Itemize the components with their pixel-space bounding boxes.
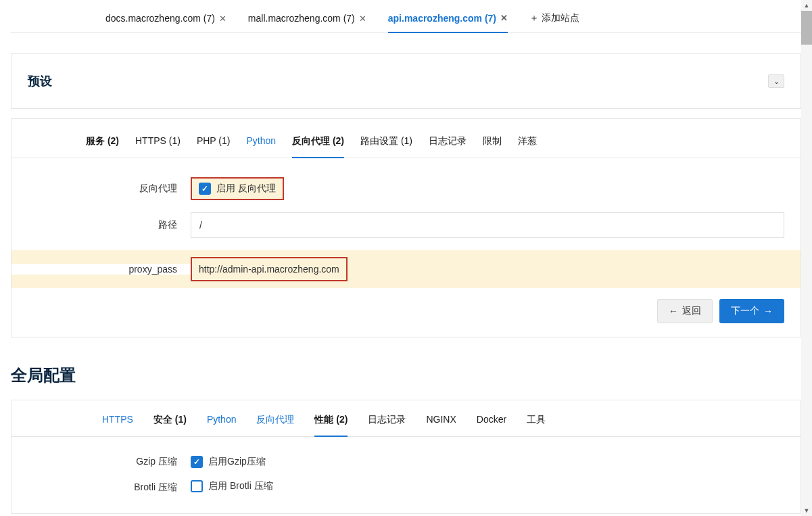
close-icon[interactable]: ✕ bbox=[500, 13, 508, 23]
enable-reverse-proxy-highlight: ✓ 启用 反向代理 bbox=[191, 177, 284, 200]
tab-logging[interactable]: 日志记录 bbox=[429, 127, 467, 158]
site-tab-label: api.macrozheng.com (7) bbox=[388, 13, 496, 24]
arrow-right-icon: → bbox=[763, 306, 773, 316]
site-tab-label: mall.macrozheng.com (7) bbox=[248, 13, 355, 24]
global-tab-performance[interactable]: 性能 (2) bbox=[314, 400, 348, 437]
path-label: 路径 bbox=[11, 219, 191, 231]
global-tabs: HTTPS 安全 (1) Python 反向代理 性能 (2) 日志记录 NGI… bbox=[11, 400, 801, 437]
proxy-pass-value[interactable]: http://admin-api.macrozheng.com bbox=[191, 257, 348, 281]
next-button[interactable]: 下一个 → bbox=[719, 299, 784, 323]
gzip-label: Gzip 压缩 bbox=[11, 456, 191, 468]
preset-title: 预设 bbox=[28, 73, 52, 89]
checkbox-checked-icon: ✓ bbox=[191, 456, 203, 468]
global-config-panel: HTTPS 安全 (1) Python 反向代理 性能 (2) 日志记录 NGI… bbox=[11, 400, 801, 514]
gzip-enable-text: 启用Gzip压缩 bbox=[208, 456, 266, 468]
plus-icon: ＋ bbox=[529, 12, 539, 24]
config-tabs: 服务 (2) HTTPS (1) PHP (1) Python 反向代理 (2)… bbox=[11, 127, 801, 158]
preset-toggle-button[interactable]: ⌄ bbox=[768, 74, 784, 88]
arrow-left-icon: ← bbox=[669, 306, 678, 316]
next-button-label: 下一个 bbox=[731, 305, 759, 317]
scrollbar-thumb[interactable] bbox=[801, 11, 812, 45]
brotli-label: Brotli 压缩 bbox=[11, 482, 191, 494]
tab-service[interactable]: 服务 (2) bbox=[86, 127, 119, 158]
site-tab-mall[interactable]: mall.macrozheng.com (7) ✕ bbox=[248, 7, 366, 32]
form-buttons: ← 返回 下一个 → bbox=[11, 288, 801, 323]
close-icon[interactable]: ✕ bbox=[219, 14, 226, 24]
tab-php[interactable]: PHP (1) bbox=[197, 127, 231, 158]
global-tab-python[interactable]: Python bbox=[207, 400, 237, 436]
site-tab-docs[interactable]: docs.macrozheng.com (7) ✕ bbox=[105, 7, 226, 32]
enable-reverse-proxy-checkbox[interactable]: ✓ 启用 反向代理 bbox=[199, 183, 276, 195]
add-site-button[interactable]: ＋ 添加站点 bbox=[529, 7, 579, 32]
tab-https[interactable]: HTTPS (1) bbox=[135, 127, 181, 158]
global-tab-logging[interactable]: 日志记录 bbox=[368, 400, 406, 436]
tab-reverse-proxy[interactable]: 反向代理 (2) bbox=[292, 127, 344, 158]
global-tab-security[interactable]: 安全 (1) bbox=[153, 400, 187, 436]
global-tab-reverse-proxy[interactable]: 反向代理 bbox=[256, 400, 294, 436]
global-tab-docker[interactable]: Docker bbox=[477, 400, 506, 436]
checkbox-empty-icon bbox=[191, 480, 203, 492]
config-panel: 服务 (2) HTTPS (1) PHP (1) Python 反向代理 (2)… bbox=[11, 118, 801, 337]
back-button[interactable]: ← 返回 bbox=[657, 299, 713, 323]
site-tab-label: docs.macrozheng.com (7) bbox=[105, 13, 215, 24]
path-input[interactable] bbox=[191, 212, 784, 238]
back-button-label: 返回 bbox=[682, 305, 701, 317]
proxy-pass-label: proxy_pass bbox=[11, 264, 191, 275]
brotli-checkbox[interactable]: 启用 Brotli 压缩 bbox=[191, 480, 273, 492]
global-tab-tools[interactable]: 工具 bbox=[527, 400, 546, 436]
global-form: Gzip 压缩 ✓ 启用Gzip压缩 Brotli 压缩 启用 Brotli 压… bbox=[11, 437, 801, 494]
checkbox-checked-icon: ✓ bbox=[199, 183, 211, 195]
enable-reverse-proxy-text: 启用 反向代理 bbox=[216, 183, 276, 195]
scroll-down-icon[interactable]: ▼ bbox=[801, 505, 812, 514]
tab-python[interactable]: Python bbox=[246, 127, 276, 158]
tab-onion[interactable]: 洋葱 bbox=[518, 127, 537, 158]
chevron-down-icon: ⌄ bbox=[773, 77, 780, 86]
scroll-up-icon[interactable]: ▲ bbox=[801, 0, 812, 11]
preset-panel: 预设 ⌄ bbox=[11, 53, 801, 109]
global-config-title: 全局配置 bbox=[11, 365, 801, 386]
reverse-proxy-form: 反向代理 ✓ 启用 反向代理 路径 proxy_pass bbox=[11, 158, 801, 323]
reverse-proxy-label: 反向代理 bbox=[11, 183, 191, 195]
scrollbar[interactable]: ▲ ▼ bbox=[801, 0, 812, 514]
tab-limits[interactable]: 限制 bbox=[483, 127, 502, 158]
tab-routing[interactable]: 路由设置 (1) bbox=[360, 127, 412, 158]
gzip-checkbox[interactable]: ✓ 启用Gzip压缩 bbox=[191, 456, 266, 468]
brotli-enable-text: 启用 Brotli 压缩 bbox=[208, 480, 273, 492]
site-tabs: docs.macrozheng.com (7) ✕ mall.macrozhen… bbox=[11, 0, 801, 33]
add-site-label: 添加站点 bbox=[542, 12, 579, 24]
global-tab-nginx[interactable]: NGINX bbox=[426, 400, 456, 436]
site-tab-api[interactable]: api.macrozheng.com (7) ✕ bbox=[388, 7, 508, 33]
close-icon[interactable]: ✕ bbox=[359, 14, 366, 24]
global-tab-https[interactable]: HTTPS bbox=[102, 400, 133, 436]
